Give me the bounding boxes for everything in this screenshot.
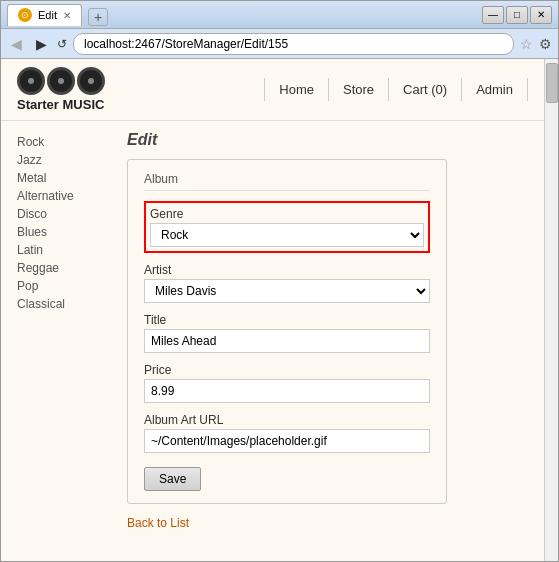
- logo-icons: [17, 67, 105, 95]
- nav-cart[interactable]: Cart (0): [388, 78, 461, 101]
- price-label: Price: [144, 363, 430, 377]
- artist-label: Artist: [144, 263, 430, 277]
- sidebar-item-latin[interactable]: Latin: [17, 241, 95, 259]
- artist-select[interactable]: Miles Davis John Coltrane: [144, 279, 430, 303]
- sidebar: Rock Jazz Metal Alternative Disco Blues …: [1, 121, 111, 540]
- album-art-input[interactable]: [144, 429, 430, 453]
- browser-window: ⊙ Edit ✕ + — □ ✕ ◀ ▶ ↺ ☆ ⚙: [0, 0, 559, 562]
- vinyl-icon-3: [77, 67, 105, 95]
- back-to-list-link[interactable]: Back to List: [127, 516, 528, 530]
- album-form-box: Album Genre Rock Jazz Metal Alternative: [127, 159, 447, 504]
- album-box-title: Album: [144, 172, 430, 191]
- active-tab[interactable]: ⊙ Edit ✕: [7, 4, 82, 26]
- address-bar: ◀ ▶ ↺ ☆ ⚙: [1, 29, 558, 59]
- tab-icon: ⊙: [18, 8, 32, 22]
- site-header: Starter MUSIC Home Store Cart (0) Admin: [1, 59, 544, 121]
- sidebar-item-alternative[interactable]: Alternative: [17, 187, 95, 205]
- close-button[interactable]: ✕: [530, 6, 552, 24]
- genre-label: Genre: [150, 207, 424, 221]
- vinyl-icon-2: [47, 67, 75, 95]
- price-input[interactable]: [144, 379, 430, 403]
- main-content: Edit Album Genre Rock Jazz Metal: [111, 121, 544, 540]
- title-field-group: Title: [144, 313, 430, 353]
- genre-select[interactable]: Rock Jazz Metal Alternative Disco Blues …: [150, 223, 424, 247]
- vinyl-icon-1: [17, 67, 45, 95]
- tab-bar: ⊙ Edit ✕ +: [7, 4, 108, 26]
- window-controls: — □ ✕: [482, 6, 552, 24]
- nav-store[interactable]: Store: [328, 78, 388, 101]
- tab-close-btn[interactable]: ✕: [63, 10, 71, 21]
- price-field-group: Price: [144, 363, 430, 403]
- site-title: Starter MUSIC: [17, 97, 104, 112]
- album-art-label: Album Art URL: [144, 413, 430, 427]
- settings-button[interactable]: ⚙: [539, 36, 552, 52]
- artist-field-group: Artist Miles Davis John Coltrane: [144, 263, 430, 303]
- back-button[interactable]: ◀: [7, 34, 26, 54]
- sidebar-item-classical[interactable]: Classical: [17, 295, 95, 313]
- title-input[interactable]: [144, 329, 430, 353]
- genre-field-group: Genre Rock Jazz Metal Alternative Disco …: [144, 201, 430, 253]
- save-button[interactable]: Save: [144, 467, 201, 491]
- page-content: Starter MUSIC Home Store Cart (0) Admin …: [1, 59, 544, 561]
- sidebar-item-reggae[interactable]: Reggae: [17, 259, 95, 277]
- refresh-button[interactable]: ↺: [57, 37, 67, 51]
- sidebar-item-metal[interactable]: Metal: [17, 169, 95, 187]
- sidebar-item-rock[interactable]: Rock: [17, 133, 95, 151]
- minimize-button[interactable]: —: [482, 6, 504, 24]
- content-area: Rock Jazz Metal Alternative Disco Blues …: [1, 121, 544, 540]
- logo-area: Starter MUSIC: [17, 67, 105, 112]
- sidebar-item-disco[interactable]: Disco: [17, 205, 95, 223]
- scrollbar[interactable]: [544, 59, 558, 561]
- maximize-button[interactable]: □: [506, 6, 528, 24]
- tab-label: Edit: [38, 9, 57, 21]
- forward-button[interactable]: ▶: [32, 34, 51, 54]
- bookmark-button[interactable]: ☆: [520, 36, 533, 52]
- scrollbar-thumb[interactable]: [546, 63, 558, 103]
- nav-home[interactable]: Home: [264, 78, 328, 101]
- sidebar-item-jazz[interactable]: Jazz: [17, 151, 95, 169]
- title-bar: ⊙ Edit ✕ + — □ ✕: [1, 1, 558, 29]
- sidebar-item-pop[interactable]: Pop: [17, 277, 95, 295]
- album-art-field-group: Album Art URL: [144, 413, 430, 453]
- page-heading: Edit: [127, 131, 528, 149]
- new-tab-button[interactable]: +: [88, 8, 108, 26]
- title-label: Title: [144, 313, 430, 327]
- url-bar[interactable]: [73, 33, 514, 55]
- nav-admin[interactable]: Admin: [461, 78, 528, 101]
- top-nav: Home Store Cart (0) Admin: [264, 78, 528, 101]
- sidebar-item-blues[interactable]: Blues: [17, 223, 95, 241]
